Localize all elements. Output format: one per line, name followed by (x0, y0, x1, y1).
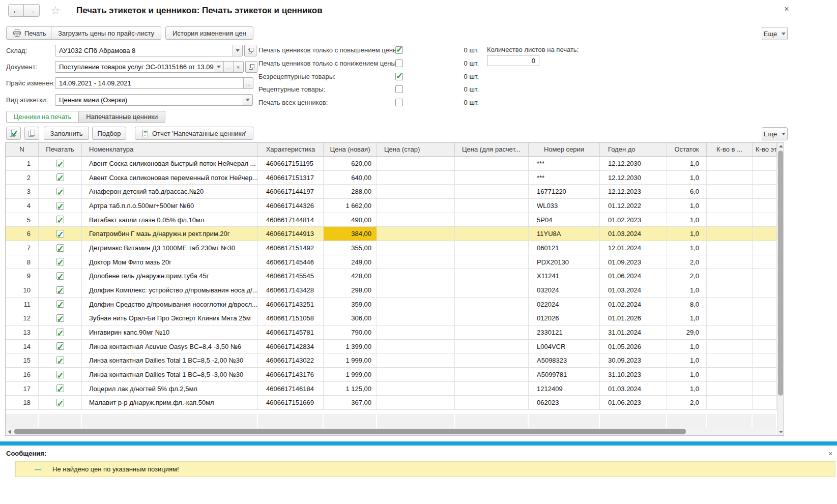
column-header[interactable]: Цена (новая) (324, 143, 377, 157)
table-row[interactable]: 16Линза контактная Dailies Total 1 BC=8,… (6, 368, 777, 382)
cell-qty_box[interactable] (707, 255, 753, 270)
cell-qty_lbl[interactable] (753, 269, 777, 283)
price-period-input[interactable]: 14.09.2021 - 14.09.2021 ... (55, 77, 253, 89)
table-row[interactable]: 11Долфин Средство д/промывания носоглотк… (6, 298, 777, 312)
cell-stock[interactable]: 1,0 (667, 241, 707, 255)
cell-serial[interactable]: 2330121 (529, 325, 600, 340)
cell-price_old[interactable] (377, 269, 455, 283)
forward-button[interactable]: → (24, 4, 40, 17)
cell-print[interactable] (39, 353, 82, 368)
row-print-checkbox[interactable] (56, 399, 64, 406)
cell-qty_box[interactable] (707, 185, 753, 199)
favorite-star-icon[interactable]: ☆ (50, 4, 61, 17)
cell-price_old[interactable] (377, 382, 455, 396)
document-dropdown-button[interactable] (214, 62, 223, 72)
cell-name[interactable]: Долфин Комплекс: устройство д/промывания… (82, 283, 258, 298)
cell-price_new[interactable]: 359,00 (324, 298, 377, 312)
cell-print[interactable] (39, 311, 82, 325)
warehouse-dropdown-button[interactable] (233, 45, 242, 56)
cell-price_new[interactable]: 640,00 (324, 171, 377, 185)
cell-qty_lbl[interactable] (753, 255, 777, 270)
cell-print[interactable] (39, 325, 82, 340)
cell-qty_box[interactable] (707, 213, 753, 227)
cell-price_old[interactable] (377, 185, 455, 199)
scroll-down-arrow[interactable] (777, 429, 784, 435)
table-row[interactable]: 10Долфин Комплекс: устройство д/промыван… (6, 283, 777, 298)
column-header[interactable]: К-во в ... (707, 143, 753, 157)
cell-serial[interactable]: PDX20130 (529, 255, 600, 270)
cell-code[interactable]: 4606617144814 (258, 213, 324, 227)
document-clear-button[interactable]: × (233, 62, 243, 72)
cell-price_calc[interactable] (455, 340, 529, 354)
cell-expiry[interactable]: 01.01.2026 (600, 311, 667, 325)
document-open-button[interactable] (245, 61, 257, 73)
column-header[interactable]: Печатать (39, 143, 82, 157)
check-all-button[interactable] (6, 127, 21, 140)
cell-price_new[interactable]: 288,00 (324, 185, 377, 199)
cell-stock[interactable]: 6,0 (667, 185, 707, 199)
warehouse-input[interactable]: АУ1032 СПб Абрамова 8 (55, 45, 243, 56)
document-choose-button[interactable]: ... (223, 62, 233, 72)
cell-price_new[interactable]: 620,00 (324, 157, 377, 171)
cell-n[interactable]: 15 (6, 353, 39, 368)
cell-price_old[interactable] (377, 157, 455, 171)
cell-code[interactable]: 4606617151195 (258, 157, 324, 171)
column-header[interactable]: Цена (для расчет... (455, 143, 529, 157)
row-print-checkbox[interactable] (56, 286, 64, 294)
cell-name[interactable]: Линза контактная Acuvue Oasys BC=8,4 -3,… (82, 340, 258, 354)
fill-button[interactable]: Заполнить (44, 127, 89, 140)
cell-price_old[interactable] (377, 325, 455, 340)
cell-qty_box[interactable] (707, 368, 753, 382)
cell-n[interactable]: 14 (6, 340, 39, 354)
cell-name[interactable]: Линза контактная Dailies Total 1 BC=8,5 … (82, 368, 258, 382)
cell-stock[interactable]: 2,0 (667, 269, 707, 283)
table-row[interactable]: 15Линза контактная Dailies Total 1 BC=8,… (6, 353, 777, 368)
cell-n[interactable]: 12 (6, 311, 39, 325)
cell-code[interactable]: 4606617145781 (258, 325, 324, 340)
cell-name[interactable]: Зубная нить Орал-Би Про Эксперт Клиник М… (82, 311, 258, 325)
cell-qty_lbl[interactable] (753, 340, 777, 354)
cell-code[interactable]: 4606617143022 (258, 353, 324, 368)
row-print-checkbox[interactable] (56, 342, 64, 350)
row-print-checkbox[interactable] (56, 173, 64, 181)
cell-name[interactable]: Долфин Средство д/промывания носоглотки … (82, 298, 258, 312)
cell-stock[interactable]: 1,0 (667, 157, 707, 171)
cell-n[interactable]: 9 (6, 269, 39, 283)
cell-price_calc[interactable] (455, 396, 529, 410)
cell-expiry[interactable]: 01.03.2024 (600, 227, 667, 241)
cell-print[interactable] (39, 283, 82, 298)
cell-stock[interactable]: 1,0 (667, 283, 707, 298)
cell-print[interactable] (39, 255, 82, 270)
column-header[interactable]: К-во эти (753, 143, 777, 157)
cell-expiry[interactable]: 12.12.2030 (600, 171, 667, 185)
cell-name[interactable]: Линза контактная Dailies Total 1 BC=8,5 … (82, 353, 258, 368)
cell-serial[interactable]: 022024 (529, 298, 600, 312)
uncheck-all-button[interactable] (24, 127, 39, 140)
cell-price_old[interactable] (377, 311, 455, 325)
vertical-scroll-thumb[interactable] (778, 151, 783, 396)
cell-print[interactable] (39, 241, 82, 255)
table-row[interactable]: 4Артра таб.п.п.о.500мг+500мг №6046066171… (6, 199, 777, 213)
table-row[interactable]: 13Ингавирин капс.90мг №10460661714578179… (6, 325, 777, 340)
cell-expiry[interactable]: 01.03.2024 (600, 382, 667, 396)
cell-n[interactable]: 6 (6, 227, 39, 241)
cell-price_calc[interactable] (455, 325, 529, 340)
cell-price_new[interactable]: 490,00 (324, 213, 377, 227)
cell-expiry[interactable]: 01.02.2023 (600, 213, 667, 227)
cell-serial[interactable]: X11241 (529, 269, 600, 283)
cell-price_new[interactable]: 355,00 (324, 241, 377, 255)
cell-qty_lbl[interactable] (753, 382, 777, 396)
cell-price_new[interactable]: 367,00 (324, 396, 377, 410)
cell-price_new[interactable]: 1 999,00 (324, 353, 377, 368)
table-row[interactable]: 5Витабакт капли глазн 0.05% фл.10мл46066… (6, 213, 777, 227)
cell-name[interactable]: Витабакт капли глазн 0.05% фл.10мл (82, 213, 258, 227)
cell-n[interactable]: 1 (6, 157, 39, 171)
cell-qty_lbl[interactable] (753, 171, 777, 185)
cell-print[interactable] (39, 382, 82, 396)
row-print-checkbox[interactable] (56, 258, 64, 265)
cell-name[interactable]: Ингавирин капс.90мг №10 (82, 325, 258, 340)
cell-expiry[interactable]: 01.05.2026 (600, 340, 667, 354)
cell-price_old[interactable] (377, 241, 455, 255)
row-print-checkbox[interactable] (56, 216, 64, 223)
vertical-scrollbar[interactable] (777, 143, 784, 435)
